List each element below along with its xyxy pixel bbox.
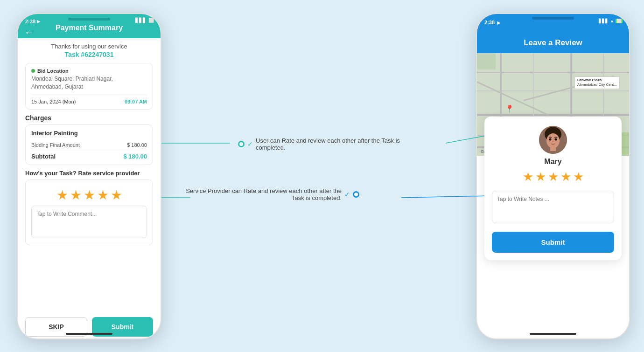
subtotal-label: Subtotal [31, 153, 56, 160]
time-text: 09:07 AM [125, 99, 147, 104]
check-icon-top: ✓ [247, 140, 253, 148]
right-status-bar: 2:38 ▶ ▋▋▋ ▲ ⬜ [477, 14, 629, 35]
page-title-left: Payment Summary [56, 24, 123, 32]
check-icon-bottom: ✓ [344, 191, 350, 198]
thanks-text: Thanks for using our service [25, 38, 153, 51]
battery-icon: ⬜ [148, 18, 154, 23]
svg-line-10 [401, 196, 489, 198]
right-app-header: Leave a Review [477, 35, 629, 53]
home-indicator-left [66, 333, 112, 335]
location-card: Bid Location Mondeal Square, Prahlad Nag… [25, 63, 153, 110]
green-dot-icon [31, 69, 35, 73]
review-stars-right[interactable]: ★ ★ ★ ★ ★ [492, 170, 614, 184]
charges-label: Charges [25, 114, 153, 122]
stars-left[interactable]: ★ ★ ★ ★ ★ [31, 187, 147, 203]
left-header-bar: 2:38 ▶ ▋▋▋ ⬜ ← Payment Summary [18, 14, 161, 38]
task-id: Task #62247031 [25, 51, 153, 63]
map-hotel-label: Crowne Plaza Ahmedabad City Cent... [574, 76, 620, 89]
right-status-icons: ▋▋▋ ▲ ⬜ [599, 19, 623, 23]
notes-input[interactable] [492, 191, 614, 223]
location-arrow-icon: ▶ [37, 19, 40, 24]
avatar-svg [539, 126, 567, 154]
date-time-row: 15 Jan, 2024 (Mon) 09:07 AM [31, 95, 147, 104]
right-wifi-icon: ▲ [610, 19, 614, 23]
right-phone: 2:38 ▶ ▋▋▋ ▲ ⬜ Leave a Review Crowne Pl [476, 13, 630, 339]
bidding-label: Bidding Final Amount [31, 142, 80, 148]
service-name: Interior Painting [31, 130, 147, 137]
rate-label: How's your Task? Rate service provider [25, 170, 153, 177]
notch-pill-right [532, 17, 574, 20]
date-text: 15 Jan, 2024 (Mon) [31, 99, 76, 104]
notch-pill-left [68, 18, 110, 21]
svg-point-4 [549, 138, 552, 141]
reviewer-name: Mary [492, 158, 614, 166]
star-4[interactable]: ★ [97, 187, 109, 203]
right-status-time: 2:38 ▶ [484, 20, 500, 25]
svg-point-5 [555, 138, 557, 141]
submit-button-right[interactable]: Submit [492, 232, 614, 253]
left-nav-bar: ← Payment Summary [56, 20, 123, 32]
star-5[interactable]: ★ [111, 187, 122, 203]
right-signal-icon: ▋▋▋ [599, 19, 609, 23]
comment-input[interactable] [31, 206, 147, 238]
subtotal-row: Subtotal $ 180.00 [31, 150, 147, 160]
annotation-bottom-text: Service Provider can Rate and review eac… [182, 187, 342, 201]
left-status-time: 2:38 ▶ [25, 19, 40, 24]
review-star-5[interactable]: ★ [573, 170, 584, 184]
home-indicator-right [530, 333, 576, 335]
back-button[interactable]: ← [24, 27, 34, 38]
review-star-1[interactable]: ★ [523, 170, 533, 184]
review-card: Mary ★ ★ ★ ★ ★ Submit [484, 117, 622, 260]
green-area-2 [477, 53, 496, 69]
bottom-buttons: SKIP Submit [18, 312, 161, 339]
annotation-bottom: Service Provider can Rate and review eac… [182, 187, 359, 201]
annotation-top-text: User can Rate and review each other afte… [256, 137, 415, 151]
map-pin-icon: 📍 [505, 104, 514, 113]
star-1[interactable]: ★ [56, 187, 68, 203]
right-battery-icon: ⬜ [616, 19, 623, 23]
star-3[interactable]: ★ [84, 187, 95, 203]
svg-point-6 [552, 141, 554, 142]
wifi-icon: ▋▋▋ [135, 18, 147, 23]
right-location-icon: ▶ [497, 21, 500, 25]
reviewer-avatar [539, 126, 567, 154]
annotation-top: ✓ User can Rate and review each other af… [238, 137, 415, 151]
bid-address-line2: Ahmedabad, Gujarat [31, 83, 147, 91]
review-star-4[interactable]: ★ [560, 170, 571, 184]
left-phone: 2:38 ▶ ▋▋▋ ⬜ ← Payment Summary Thanks fo… [17, 13, 161, 339]
bidding-amount: $ 180.00 [127, 142, 147, 148]
map-road-3 [477, 114, 629, 116]
right-header-title: Leave a Review [524, 38, 582, 47]
review-star-3[interactable]: ★ [548, 170, 559, 184]
charges-card: Interior Painting Bidding Final Amount $… [25, 124, 153, 165]
bid-location-label: Bid Location [31, 68, 147, 74]
star-2[interactable]: ★ [70, 187, 82, 203]
annotation-dot-bottom [353, 191, 359, 198]
left-content: Thanks for using our service Task #62247… [18, 38, 161, 312]
left-status-icons: ▋▋▋ ⬜ [135, 18, 154, 23]
subtotal-amount: $ 180.00 [123, 153, 147, 160]
rate-card: ★ ★ ★ ★ ★ [25, 179, 153, 245]
map-road-1 [477, 72, 629, 73]
hotel-name: Crowne Plaza [577, 78, 617, 83]
review-star-2[interactable]: ★ [535, 170, 546, 184]
bidding-row: Bidding Final Amount $ 180.00 [31, 140, 147, 150]
annotation-dot-top [238, 141, 245, 147]
hotel-subtitle: Ahmedabad City Cent... [577, 83, 617, 87]
bid-address-line1: Mondeal Square, Prahlad Nagar, [31, 75, 147, 83]
